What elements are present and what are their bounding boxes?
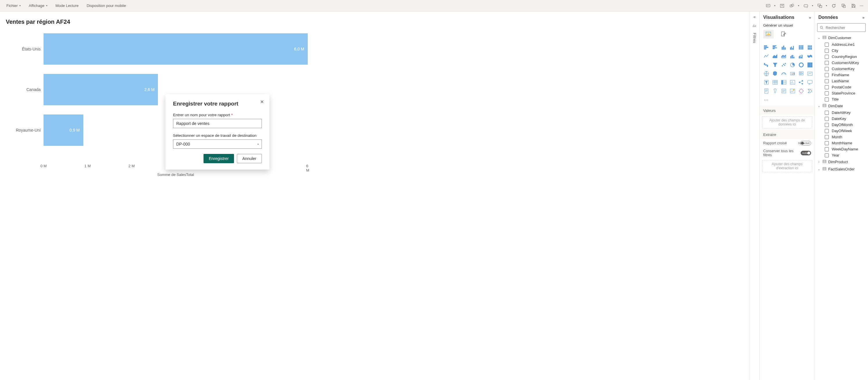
field-checkbox[interactable]	[825, 111, 829, 115]
filter-chart-icon[interactable]	[752, 23, 757, 29]
collapse-viz-icon[interactable]: »	[809, 15, 811, 20]
clustered-column-icon[interactable]	[789, 44, 796, 51]
field-checkbox[interactable]	[825, 135, 829, 139]
chevron-down-icon[interactable]: ▾	[810, 4, 814, 7]
field-checkbox[interactable]	[825, 61, 829, 65]
cancel-button[interactable]: Annuler	[237, 154, 262, 163]
field-checkbox[interactable]	[825, 79, 829, 83]
filters-label[interactable]: Filtres	[752, 33, 757, 43]
format-visual-tab[interactable]	[778, 30, 789, 39]
tree-field[interactable]: MonthName	[816, 140, 867, 146]
smart-narrative-icon[interactable]	[780, 87, 787, 95]
kpi-icon[interactable]	[806, 70, 814, 77]
explore-data-button[interactable]	[764, 1, 773, 10]
close-icon[interactable]: ✕	[259, 99, 264, 104]
powerapps-icon[interactable]	[798, 87, 805, 95]
field-checkbox[interactable]	[825, 67, 829, 71]
cross-report-toggle[interactable]: Désactivé	[800, 141, 811, 145]
data-search-input[interactable]	[825, 25, 863, 30]
field-checkbox[interactable]	[825, 49, 829, 53]
key-influencers-icon[interactable]	[771, 87, 779, 95]
chevron-down-icon[interactable]: ▾	[797, 4, 801, 7]
field-checkbox[interactable]	[825, 97, 829, 101]
tree-table[interactable]: ›DimProduct	[816, 158, 867, 166]
more-icon[interactable]: ⋯	[859, 1, 865, 10]
tree-field[interactable]: AddressLine1	[816, 41, 867, 47]
ribbon-file-menu[interactable]: Fichier ▾	[2, 0, 25, 11]
tree-field[interactable]: PostalCode	[816, 84, 867, 90]
ribbon-mobile-layout[interactable]: Disposition pour mobile	[83, 0, 130, 11]
clustered-bar-icon[interactable]	[771, 44, 779, 51]
more-visuals-button[interactable]: ⋯	[760, 97, 814, 105]
python-visual-icon[interactable]	[789, 87, 796, 95]
tree-field[interactable]: Title	[816, 96, 867, 102]
expand-filters-icon[interactable]: «	[754, 14, 756, 19]
line-clustered-column-icon[interactable]	[798, 53, 805, 60]
build-visual-tab[interactable]	[763, 30, 774, 39]
field-checkbox[interactable]	[825, 117, 829, 121]
map-icon[interactable]	[763, 70, 770, 77]
area-chart-icon[interactable]	[771, 53, 779, 60]
scatter-icon[interactable]	[780, 61, 787, 69]
line-chart-icon[interactable]	[763, 53, 770, 60]
field-checkbox[interactable]	[825, 147, 829, 151]
paginated-report-icon[interactable]	[763, 87, 770, 95]
table-icon[interactable]	[771, 78, 779, 86]
stacked-area-icon[interactable]	[780, 53, 787, 60]
field-checkbox[interactable]	[825, 43, 829, 47]
field-checkbox[interactable]	[825, 91, 829, 95]
gauge-icon[interactable]	[780, 70, 787, 77]
text-box-button[interactable]	[777, 1, 787, 10]
tree-field[interactable]: LastName	[816, 78, 867, 84]
tree-table[interactable]: ⌄DimCustomer	[816, 34, 867, 41]
chart-bar[interactable]: 0,9 M	[43, 114, 83, 146]
donut-icon[interactable]	[798, 61, 805, 69]
multi-row-card-icon[interactable]	[798, 70, 805, 77]
tree-table[interactable]: ⌄FactSalesOrder	[816, 166, 867, 173]
pie-icon[interactable]	[789, 61, 796, 69]
ribbon-view-menu[interactable]: Affichage ▾	[25, 0, 51, 11]
tree-field[interactable]: DateAltKey	[816, 110, 867, 116]
qna-icon[interactable]	[806, 78, 814, 86]
100-stacked-bar-icon[interactable]	[798, 44, 805, 51]
stacked-bar-icon[interactable]	[763, 44, 770, 51]
chevron-down-icon[interactable]: ▾	[773, 4, 777, 7]
values-drop-well[interactable]: Ajouter des champs de données ici	[762, 116, 812, 129]
field-checkbox[interactable]	[825, 123, 829, 127]
matrix-icon[interactable]	[780, 78, 787, 86]
tree-field[interactable]: DayOfWeek	[816, 128, 867, 134]
chart-bar[interactable]: 2,6 M	[43, 74, 158, 105]
copy-button[interactable]	[839, 1, 848, 10]
data-search[interactable]	[817, 23, 866, 32]
tree-field[interactable]: StateProvince	[816, 90, 867, 96]
tree-field[interactable]: Year	[816, 152, 867, 158]
tree-table[interactable]: ⌄DimDate	[816, 102, 867, 110]
decomposition-tree-icon[interactable]	[798, 78, 805, 86]
funnel-icon[interactable]	[771, 61, 779, 69]
waterfall-icon[interactable]	[763, 61, 770, 69]
save-button[interactable]: Enregistrer	[204, 154, 234, 163]
buttons-button[interactable]	[801, 1, 810, 10]
save-button[interactable]	[849, 1, 858, 10]
field-checkbox[interactable]	[825, 153, 829, 158]
stacked-column-icon[interactable]	[780, 44, 787, 51]
field-checkbox[interactable]	[825, 55, 829, 59]
shapes-button[interactable]	[787, 1, 797, 10]
ribbon-reading-mode[interactable]: Mode Lecture	[51, 0, 83, 11]
tree-field[interactable]: CustomerKey	[816, 66, 867, 72]
tree-field[interactable]: WeekDayName	[816, 146, 867, 152]
field-checkbox[interactable]	[825, 73, 829, 77]
100-stacked-column-icon[interactable]	[806, 44, 814, 51]
tree-field[interactable]: DateKey	[816, 116, 867, 122]
keep-filters-toggle[interactable]: Activé	[801, 151, 811, 156]
workspace-select[interactable]: DP-000 ▾	[173, 139, 262, 149]
field-checkbox[interactable]	[825, 85, 829, 89]
collapse-data-icon[interactable]: »	[863, 15, 865, 20]
tree-field[interactable]: DayOfMonth	[816, 122, 867, 128]
drill-drop-well[interactable]: Ajouter des champs d'extraction ici	[762, 160, 812, 172]
card-icon[interactable]: 123	[789, 70, 796, 77]
chevron-down-icon[interactable]: ▾	[825, 4, 829, 7]
slicer-icon[interactable]	[763, 78, 770, 86]
tree-field[interactable]: CustomerAltKey	[816, 60, 867, 66]
tree-field[interactable]: City	[816, 47, 867, 54]
